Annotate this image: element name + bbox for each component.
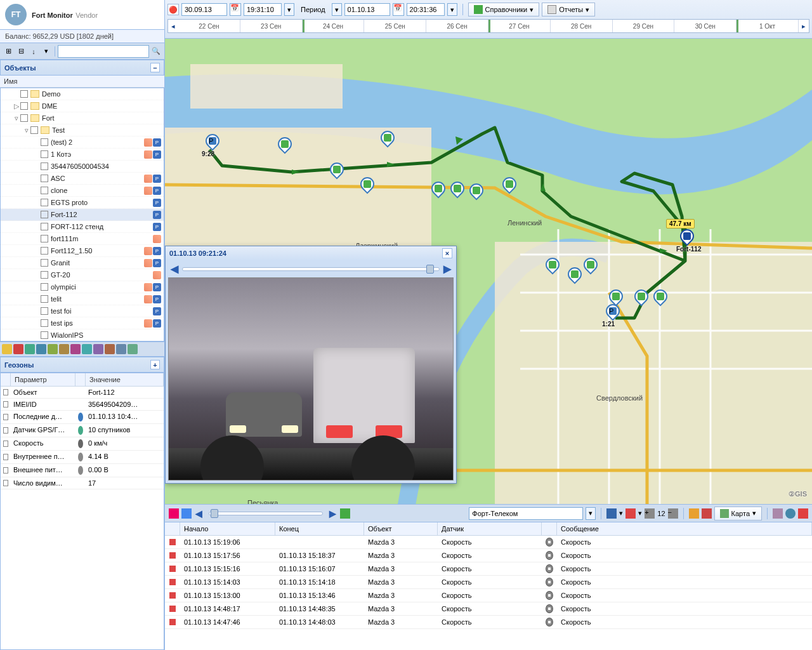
event-row[interactable]: 01.10.13 14:48:1701.10.13 14:48:35 Mazda… [165,602,812,616]
tree-row[interactable]: Demo [1,88,164,100]
link-icon[interactable] [773,508,783,519]
tree-expand-icon[interactable]: ⊞ [3,46,14,57]
tree-row[interactable]: olympici P [1,281,164,293]
vehicle-marker[interactable]: Fort-112 [680,229,694,247]
tree-collapse-icon[interactable]: ⊟ [15,46,27,57]
map[interactable]: Дзержинский Ленинский Свердловский Песья… [165,39,812,504]
timeline[interactable]: ◂ 22 Сен23 Сен24 Сен25 Сен26 Сен27 Сен28… [167,19,809,33]
tree-row[interactable]: GT-20 [1,269,164,281]
tree-row[interactable]: 354476050004534 [1,161,164,173]
layers-icon[interactable] [606,508,617,519]
event-row[interactable]: 01.10.13 15:17:5601.10.13 15:18:37 Mazda… [165,549,812,562]
tool8-icon[interactable] [82,344,92,354]
timeline-next[interactable]: ▸ [799,20,809,32]
pin-icon[interactable] [702,508,712,519]
date-to-input[interactable] [344,3,390,16]
timeline-day[interactable]: 29 Сен [613,20,675,32]
time-to-input[interactable] [407,3,445,16]
tree-row[interactable]: (test) 2 P [1,136,164,149]
tree-row[interactable]: ASC P [1,173,164,185]
event-row[interactable]: 01.10.13 15:13:0001.10.13 15:13:46 Mazda… [165,589,812,602]
bell-icon[interactable] [169,508,179,519]
tree-row[interactable]: fort111m [1,233,164,245]
tree-row[interactable]: ▷ DME [1,100,164,112]
track-marker[interactable] [653,289,667,307]
track-marker[interactable] [360,177,374,195]
ruler-icon[interactable] [689,508,699,519]
object-tree[interactable]: Demo ▷ DME ▿ Fort ▿ Test (test) 2 P 1 Ко… [0,88,164,342]
track-marker[interactable] [278,137,292,155]
tree-row[interactable]: test ips P [1,317,164,329]
tree-row[interactable]: clone P [1,185,164,197]
tool6-icon[interactable] [59,344,69,354]
event-row[interactable]: 01.10.13 14:47:4601.10.13 14:48:03 Mazda… [165,616,812,629]
timeline-day[interactable]: 28 Сен [551,20,613,32]
chart-icon[interactable] [93,344,103,354]
tree-row[interactable]: telit P [1,293,164,305]
collapse-objects-button[interactable]: − [150,63,160,72]
reports-button[interactable]: Отчеты▾ [542,3,595,17]
refresh-icon[interactable] [340,508,350,519]
tool5-icon[interactable] [48,344,58,354]
photo-next-button[interactable]: ▶ [443,263,451,275]
tree-row[interactable]: WialonIPS [1,329,164,342]
calendar-from-icon[interactable]: 📅 [230,3,241,16]
events-slider[interactable] [209,512,323,515]
track-marker[interactable] [502,177,516,195]
timeline-day[interactable]: 24 Сен [303,20,365,32]
tool11-icon[interactable] [116,344,126,354]
mail-icon[interactable] [181,508,192,519]
track-marker[interactable] [568,267,582,285]
calendar-to-icon[interactable]: 📅 [393,3,404,16]
expand-geozones-button[interactable]: + [150,360,160,369]
photo-prev-button[interactable]: ◀ [171,263,178,275]
event-row[interactable]: 01.10.13 15:14:0301.10.13 15:14:18 Mazda… [165,576,812,589]
events-next-button[interactable]: ▶ [328,508,337,519]
event-row[interactable]: 01.10.13 15:15:1601.10.13 15:16:07 Mazda… [165,562,812,576]
power-icon[interactable] [798,508,808,519]
period-dropdown[interactable]: ▾ [332,3,342,16]
timeline-day[interactable]: 22 Сен [178,20,240,32]
pencil-icon[interactable] [2,344,12,354]
search-input[interactable] [58,45,149,58]
tree-row[interactable]: 1 Котэ P [1,149,164,161]
track-marker[interactable] [634,289,648,307]
track-marker[interactable] [381,131,395,149]
tree-row[interactable]: ▿ Fort [1,112,164,124]
help-icon[interactable] [785,508,796,519]
group-select[interactable] [469,507,583,520]
date-from-input[interactable] [181,3,227,16]
filter-icon[interactable]: ▾ [41,46,52,57]
tool10-icon[interactable] [105,344,115,354]
park-start-marker[interactable]: P9:28 [206,134,219,152]
timeline-day[interactable]: 30 Сен [674,20,737,32]
map-type-button[interactable]: Карта▾ [714,507,762,521]
tree-row[interactable]: test foi P [1,305,164,317]
timeline-day[interactable]: 1 Окт [737,20,799,32]
tree-row[interactable]: ▿ Test [1,124,164,136]
sort-icon[interactable]: ↓ [28,46,39,57]
tool4-icon[interactable] [36,344,46,354]
tree-row[interactable]: FORT-112 стенд P [1,221,164,233]
events-prev-button[interactable]: ◀ [194,508,204,519]
event-row[interactable]: 01.10.13 15:19:06 Mazda 3Скорость Скорос… [165,536,812,549]
popup-close-button[interactable]: × [442,248,452,258]
zoom-in-icon[interactable]: + [645,508,655,519]
track-marker[interactable] [450,182,464,199]
add-icon[interactable] [25,344,35,354]
tree-row[interactable]: EGTS proto P [1,197,164,209]
track-marker[interactable] [330,162,344,180]
flag-icon[interactable] [625,508,636,519]
track-marker[interactable] [584,258,598,275]
timeline-day[interactable]: 26 Сен [426,20,488,32]
zoom-out-icon[interactable]: − [668,508,678,519]
timeline-day[interactable]: 23 Сен [240,20,303,32]
group-dropdown[interactable]: ▾ [586,507,596,520]
photo-slider[interactable] [182,267,440,271]
track-marker[interactable] [431,182,445,199]
park-end-marker[interactable]: P1:21 [606,304,620,322]
delete-icon[interactable] [13,344,23,354]
route-icon[interactable] [128,344,138,354]
time-from-input[interactable] [244,3,282,16]
tree-row[interactable]: Fort112_1.50 P [1,245,164,257]
